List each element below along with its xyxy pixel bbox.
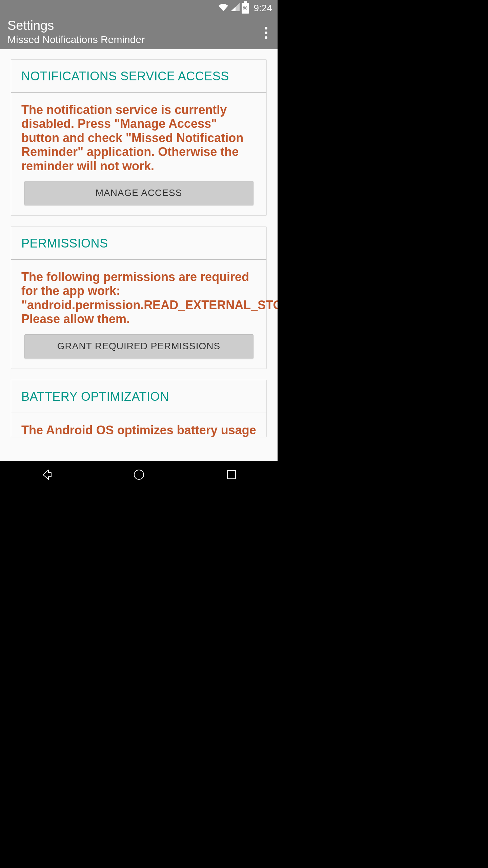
back-button[interactable]: [26, 466, 67, 483]
status-bar: 98 9:24: [0, 0, 278, 16]
app-bar-titles: Settings Missed Notifications Reminder: [7, 20, 145, 45]
more-vert-icon: [265, 36, 267, 39]
battery-optimization-header: BATTERY OPTIMIZATION: [11, 380, 266, 413]
notifications-service-header: NOTIFICATIONS SERVICE ACCESS: [11, 60, 266, 93]
page-title: Settings: [7, 19, 145, 32]
home-button[interactable]: [119, 466, 159, 483]
recent-apps-button[interactable]: [211, 466, 252, 483]
status-time: 9:24: [254, 3, 272, 14]
notifications-service-card: NOTIFICATIONS SERVICE ACCESS The notific…: [11, 59, 267, 216]
battery-optimization-warning: The Android OS optimizes battery usage: [21, 423, 256, 437]
permissions-warning: The following permissions are required f…: [21, 270, 256, 326]
cellular-signal-icon: [231, 3, 240, 14]
navigation-bar: [0, 461, 278, 488]
more-vert-icon: [265, 32, 267, 34]
grant-permissions-button[interactable]: GRANT REQUIRED PERMISSIONS: [24, 334, 253, 358]
manage-access-button[interactable]: MANAGE ACCESS: [24, 181, 253, 205]
content-scroll[interactable]: NOTIFICATIONS SERVICE ACCESS The notific…: [0, 49, 278, 461]
app-bar: Settings Missed Notifications Reminder: [0, 16, 278, 49]
more-vert-icon: [265, 27, 267, 29]
battery-icon: 98: [242, 3, 249, 14]
permissions-header: PERMISSIONS: [11, 227, 266, 260]
svg-rect-1: [227, 471, 236, 479]
wifi-icon: [218, 3, 229, 14]
svg-point-0: [134, 470, 144, 479]
battery-level: 98: [243, 6, 247, 11]
permissions-card: PERMISSIONS The following permissions ar…: [11, 226, 267, 369]
battery-optimization-card: BATTERY OPTIMIZATION The Android OS opti…: [11, 380, 267, 437]
notifications-service-warning: The notification service is currently di…: [21, 103, 256, 173]
page-subtitle: Missed Notifications Reminder: [7, 34, 145, 45]
overflow-menu-button[interactable]: [261, 23, 271, 42]
status-icons: 98 9:24: [218, 3, 272, 14]
